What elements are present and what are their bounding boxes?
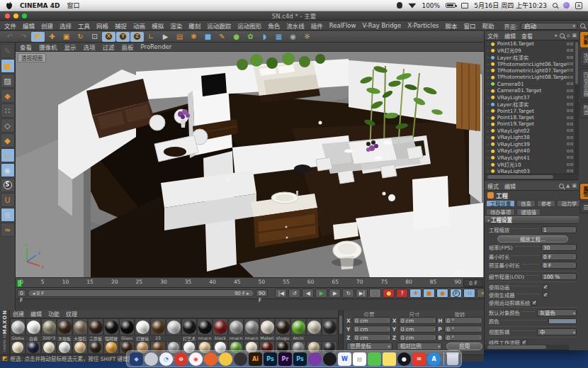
object-name[interactable]: Camera01.Target xyxy=(497,87,567,94)
object-name[interactable]: Camera01 xyxy=(497,81,567,87)
toolbar-tool-button[interactable]: ↻ xyxy=(74,32,87,42)
apple-menu-icon[interactable] xyxy=(6,1,13,9)
material-swatch[interactable] xyxy=(119,318,135,335)
material-name[interactable]: 三原板 xyxy=(88,335,103,341)
attribute-tab[interactable]: 键插值 xyxy=(516,208,541,216)
menu-item[interactable]: RealFlow xyxy=(329,22,356,29)
material-name[interactable]: 灯艺术 xyxy=(181,335,197,341)
menu-item[interactable]: 创建 xyxy=(41,21,53,30)
current-frame-field[interactable]: 0 F xyxy=(17,289,26,297)
material-swatch[interactable] xyxy=(103,341,119,354)
dock-app-icon[interactable] xyxy=(323,352,337,366)
dock-app-icon[interactable] xyxy=(383,352,396,366)
layer-toggle-dots[interactable] xyxy=(567,123,573,126)
material-name[interactable]: 木地板 xyxy=(57,335,72,341)
interface-select[interactable]: 启动 xyxy=(521,23,577,30)
end-frame-field[interactable]: 90 F xyxy=(256,289,268,297)
viewport-menu-item[interactable]: ProRender xyxy=(141,43,172,50)
dock-app-icon[interactable]: A xyxy=(427,352,441,366)
object-row[interactable]: – ● VRayLight41 xyxy=(485,154,579,160)
layer-toggle-dots[interactable] xyxy=(567,43,573,45)
dock-app-icon[interactable] xyxy=(368,352,381,366)
lod-input[interactable]: 100 % xyxy=(541,273,577,280)
om-menu-view[interactable]: 查看 xyxy=(521,32,533,40)
menu-item[interactable]: V-Ray Bridge xyxy=(362,22,401,29)
layer-toggle-dots[interactable] xyxy=(567,76,573,79)
dock-app-icon[interactable]: Pr xyxy=(278,352,292,366)
dock-app-icon[interactable]: ⊖ xyxy=(174,352,188,366)
dock-app-icon[interactable]: Ps xyxy=(293,352,307,366)
attribute-tab[interactable]: 动力学 xyxy=(557,200,581,207)
material-name[interactable] xyxy=(306,335,322,341)
material-swatch[interactable] xyxy=(103,318,119,335)
material-name[interactable]: Globa xyxy=(10,335,26,341)
am-panel-icon[interactable]: ▣ xyxy=(572,183,577,189)
size-input[interactable]: 0 cm xyxy=(399,334,437,341)
material-swatch[interactable] xyxy=(150,318,166,335)
transport-button[interactable]: ↻ xyxy=(342,289,354,298)
material-swatch[interactable] xyxy=(72,318,88,335)
fps-input[interactable]: 30 xyxy=(541,244,577,251)
toolbar-tool-button[interactable]: Z xyxy=(130,32,144,42)
min-time-input[interactable]: 0 F xyxy=(541,253,577,260)
menu-item[interactable]: 角色 xyxy=(268,21,280,30)
object-name[interactable]: VRayLight02 xyxy=(497,128,567,134)
layer-toggle-dots[interactable] xyxy=(567,96,573,99)
layer-toggle-dots[interactable] xyxy=(567,69,573,72)
object-row[interactable]: – ● Point16.Target xyxy=(485,40,579,47)
size-mode-select[interactable]: 相对比例 xyxy=(397,342,443,350)
menu-item[interactable]: 捕捉 xyxy=(115,21,127,30)
manager-tab[interactable]: 对象 xyxy=(579,31,588,48)
display-icon[interactable] xyxy=(461,3,468,9)
om-menu-file[interactable]: 文件 xyxy=(487,32,499,40)
toolbar-tool-button[interactable]: ◗ xyxy=(258,32,271,42)
om-menu-edit[interactable]: 编辑 xyxy=(504,32,516,40)
rotation-input[interactable]: 0 ° xyxy=(444,317,482,324)
mode-tool-button[interactable]: ▨ xyxy=(1,74,15,88)
toolbar-tool-button[interactable]: ☼ xyxy=(300,32,314,42)
material-swatch[interactable] xyxy=(10,341,26,354)
layer-toggle-dots[interactable] xyxy=(567,163,573,166)
project-scale-input[interactable]: 1 xyxy=(541,226,577,233)
mode-tool-button[interactable]: U xyxy=(1,193,15,207)
material-swatch[interactable] xyxy=(41,318,57,335)
object-name[interactable]: Layer:柱漆实 xyxy=(497,54,567,61)
material-swatch[interactable] xyxy=(88,341,103,354)
material-name[interactable] xyxy=(166,335,181,341)
material-swatch[interactable] xyxy=(57,341,72,354)
menu-item[interactable]: 运动图形 xyxy=(237,21,261,30)
use-animation-checkbox[interactable] xyxy=(543,284,548,290)
object-row[interactable]: – ● TPhotometricLight06.Target xyxy=(485,60,579,67)
material-name[interactable]: Archi xyxy=(290,335,306,341)
menu-item[interactable]: 网格 xyxy=(96,21,108,30)
dock-app-icon[interactable]: ◔ xyxy=(159,352,173,366)
layer-toggle-dots[interactable] xyxy=(567,150,573,152)
toolbar-tool-button[interactable]: ◩ xyxy=(31,32,45,42)
menu-item[interactable]: 文件 xyxy=(4,21,16,30)
material-name[interactable]: shugu xyxy=(275,335,290,341)
layer-toggle-dots[interactable] xyxy=(567,143,573,145)
transport-button[interactable]: ● xyxy=(383,289,395,298)
menu-item[interactable]: 插件 xyxy=(311,21,323,30)
attribute-tab[interactable]: 信息 xyxy=(516,200,536,207)
toolbar-tool-button[interactable]: ■ xyxy=(201,32,215,42)
am-lock-icon[interactable]: ▲ xyxy=(566,183,570,189)
spotlight-icon[interactable] xyxy=(553,3,558,8)
mode-tool-button[interactable]: ■ xyxy=(1,59,15,73)
toolbar-tool-button[interactable]: ∟ xyxy=(145,32,158,42)
object-name[interactable]: VRayLight38 xyxy=(497,134,567,140)
transport-button[interactable]: ◌ xyxy=(369,289,381,298)
project-settings-section[interactable]: 工程设置 xyxy=(485,216,579,224)
transport-button[interactable]: ◀ xyxy=(302,289,314,298)
macos-window-menu[interactable]: 窗口 xyxy=(67,1,79,10)
material-swatch[interactable] xyxy=(26,341,41,354)
material-name[interactable]: nnacn xyxy=(244,335,259,341)
menu-item[interactable]: 雕刻 xyxy=(188,21,200,30)
material-swatch[interactable] xyxy=(57,318,72,335)
viewport-menu-item[interactable]: 显示 xyxy=(64,43,77,51)
material-name[interactable]: 300*3 xyxy=(41,335,57,341)
material-menu-item[interactable]: 纹理 xyxy=(66,310,77,318)
menu-item[interactable]: 模拟 xyxy=(152,21,164,30)
layer-toggle-dots[interactable] xyxy=(567,169,573,172)
om-panel-icon[interactable]: ▣ xyxy=(572,33,577,38)
